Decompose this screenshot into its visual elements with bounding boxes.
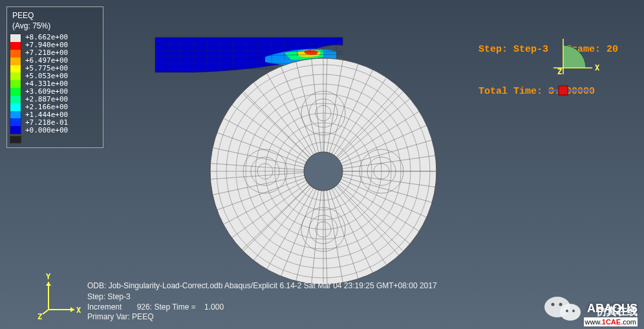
svg-point-107: [560, 304, 581, 321]
view-slider-handle[interactable]: [559, 86, 568, 95]
legend-labels: +8.662e+00 +7.940e+00 +7.218e+00 +6.497e…: [21, 34, 68, 134]
contour-legend: PEEQ (Avg: 75%) +8.662e+00 +7.940e+00 +7…: [6, 6, 103, 148]
legend-variable: PEEQ: [12, 11, 100, 21]
wechat-icon: [543, 294, 583, 323]
odb-info-line: ODB: Job-Singularity-Load-Correct.odb Ab…: [87, 281, 437, 290]
wheel-mesh: [210, 58, 436, 284]
svg-marker-104: [46, 282, 51, 286]
site-watermark-url: www.1CAE.com: [584, 317, 638, 326]
site-watermark-cn: 仿真在线: [596, 305, 638, 319]
svg-point-109: [559, 303, 562, 306]
fea-viewport[interactable]: [110, 13, 524, 304]
svg-point-111: [572, 310, 575, 312]
step-info-block: Step: Step-3 Increment 926: Step Time = …: [87, 292, 224, 323]
axis-z-label: Z: [557, 67, 562, 76]
axis-z-label: Z: [38, 312, 42, 321]
svg-point-108: [551, 303, 554, 306]
axis-x-label: X: [595, 63, 600, 72]
legend-below-min-swatch: [10, 136, 21, 143]
coordinate-triad: X Y Z: [39, 274, 84, 319]
svg-point-110: [566, 310, 568, 312]
svg-marker-102: [70, 307, 74, 312]
axis-y-label: Y: [46, 272, 51, 281]
site-watermark: 仿真在线 www.1CAE.com: [584, 305, 638, 326]
legend-colorbar: [10, 34, 21, 134]
legend-value: +0.000e+00: [25, 127, 68, 134]
view-direction-widget[interactable]: X Z: [553, 39, 605, 103]
svg-line-105: [43, 310, 48, 314]
legend-average: (Avg: 75%): [12, 21, 100, 32]
axis-x-label: X: [76, 306, 81, 315]
